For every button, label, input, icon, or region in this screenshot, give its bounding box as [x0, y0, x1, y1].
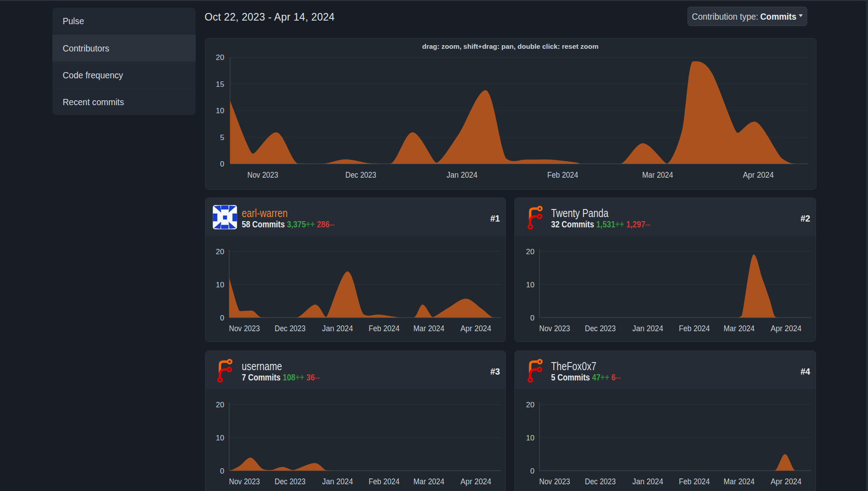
svg-text:Nov 2023: Nov 2023 [539, 324, 570, 333]
svg-text:Feb 2024: Feb 2024 [369, 324, 400, 333]
svg-text:Apr 2024: Apr 2024 [461, 477, 492, 486]
svg-text:10: 10 [216, 107, 224, 115]
svg-text:Apr 2024: Apr 2024 [771, 477, 802, 486]
svg-text:Jan 2024: Jan 2024 [633, 324, 663, 333]
svg-text:Apr 2024: Apr 2024 [461, 324, 492, 333]
svg-text:Dec 2023: Dec 2023 [585, 324, 616, 333]
svg-text:Jan 2024: Jan 2024 [447, 171, 478, 179]
svg-text:20: 20 [216, 248, 224, 256]
svg-text:0: 0 [530, 314, 534, 322]
svg-text:0: 0 [220, 467, 224, 475]
svg-text:Apr 2024: Apr 2024 [743, 171, 774, 179]
svg-text:Dec 2023: Dec 2023 [585, 477, 616, 486]
svg-text:Jan 2024: Jan 2024 [322, 477, 353, 486]
svg-text:Feb 2024: Feb 2024 [369, 477, 400, 486]
svg-text:Feb 2024: Feb 2024 [679, 477, 710, 486]
svg-text:0: 0 [220, 314, 224, 322]
svg-text:Dec 2023: Dec 2023 [275, 477, 306, 486]
svg-text:Mar 2024: Mar 2024 [414, 324, 445, 333]
svg-text:Feb 2024: Feb 2024 [679, 324, 710, 333]
svg-text:Mar 2024: Mar 2024 [724, 477, 755, 486]
svg-text:15: 15 [216, 80, 224, 89]
svg-text:10: 10 [216, 434, 224, 442]
svg-text:0: 0 [530, 467, 534, 475]
svg-text:Dec 2023: Dec 2023 [346, 171, 376, 179]
svg-text:drag: zoom, shift+drag: pan, d: drag: zoom, shift+drag: pan, double clic… [422, 43, 599, 50]
svg-text:10: 10 [526, 434, 534, 442]
svg-text:Apr 2024: Apr 2024 [771, 324, 802, 333]
svg-text:Dec 2023: Dec 2023 [275, 324, 306, 333]
svg-text:Nov 2023: Nov 2023 [539, 477, 570, 486]
svg-text:5: 5 [220, 133, 224, 142]
svg-text:Nov 2023: Nov 2023 [248, 171, 278, 179]
svg-text:10: 10 [526, 281, 534, 289]
svg-text:20: 20 [526, 401, 534, 409]
svg-text:Mar 2024: Mar 2024 [724, 324, 755, 333]
svg-text:Mar 2024: Mar 2024 [414, 477, 445, 486]
svg-text:Nov 2023: Nov 2023 [229, 324, 260, 333]
svg-text:Jan 2024: Jan 2024 [322, 324, 353, 333]
svg-text:0: 0 [220, 160, 224, 168]
svg-text:20: 20 [526, 248, 534, 256]
svg-text:20: 20 [216, 53, 224, 62]
svg-text:20: 20 [216, 401, 224, 409]
svg-text:Jan 2024: Jan 2024 [633, 477, 663, 486]
svg-text:Feb 2024: Feb 2024 [547, 171, 578, 179]
svg-text:10: 10 [216, 281, 224, 289]
svg-text:Mar 2024: Mar 2024 [642, 171, 673, 179]
svg-text:Nov 2023: Nov 2023 [229, 477, 260, 486]
